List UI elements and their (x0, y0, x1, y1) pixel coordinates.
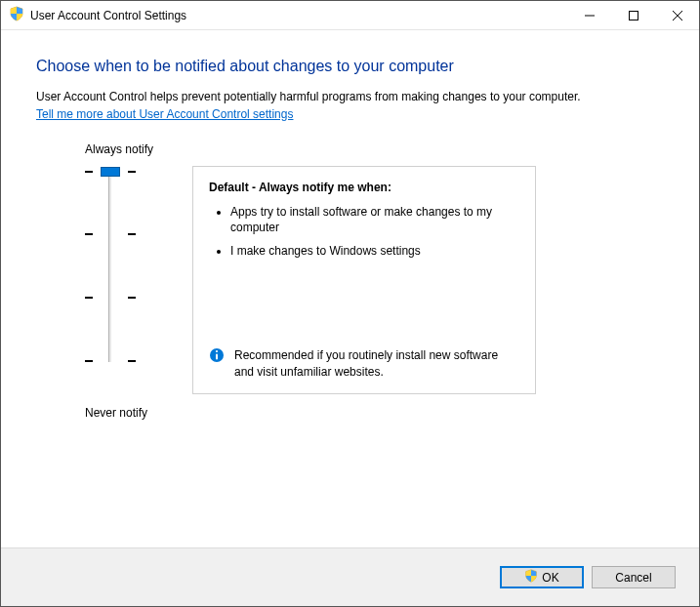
ok-button-label: OK (542, 571, 558, 585)
shield-icon (524, 569, 538, 586)
recommendation-text: Recommended if you routinely install new… (234, 347, 519, 379)
cancel-button-label: Cancel (615, 571, 651, 585)
notification-slider[interactable] (85, 166, 136, 367)
info-icon (209, 347, 225, 363)
svg-rect-1 (629, 11, 638, 20)
page-heading: Choose when to be notified about changes… (36, 58, 664, 75)
titlebar: User Account Control Settings (1, 1, 699, 30)
slider-bottom-label: Never notify (85, 406, 664, 420)
slider-tick (85, 297, 136, 299)
description-bullet: I make changes to Windows settings (230, 243, 519, 259)
learn-more-link[interactable]: Tell me more about User Account Control … (36, 107, 293, 121)
shield-icon (9, 6, 24, 24)
intro-text: User Account Control helps prevent poten… (36, 89, 664, 105)
content-area: Choose when to be notified about changes… (1, 30, 699, 420)
slider-tick (85, 360, 136, 362)
description-panel: Default - Always notify me when: Apps tr… (192, 166, 536, 394)
slider-track (108, 171, 112, 362)
minimize-button[interactable] (567, 1, 611, 29)
window-title: User Account Control Settings (30, 9, 186, 22)
cancel-button[interactable]: Cancel (592, 566, 676, 588)
close-button[interactable] (655, 1, 699, 29)
slider-tick (85, 233, 136, 235)
footer: OK Cancel (1, 547, 699, 606)
description-bullet: Apps try to install software or make cha… (230, 204, 519, 235)
svg-point-6 (216, 350, 218, 352)
svg-rect-5 (216, 354, 218, 360)
slider-top-label: Always notify (85, 142, 664, 156)
description-title: Default - Always notify me when: (209, 181, 519, 194)
maximize-button[interactable] (611, 1, 655, 29)
ok-button[interactable]: OK (500, 566, 584, 588)
slider-thumb[interactable] (101, 167, 120, 177)
